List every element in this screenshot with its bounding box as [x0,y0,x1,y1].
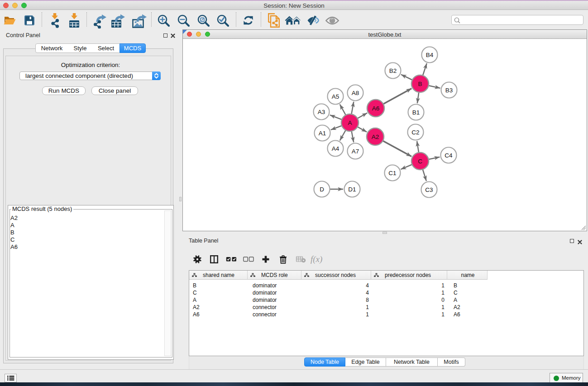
svg-text:A1: A1 [319,130,326,137]
svg-text:C1: C1 [388,170,396,176]
svg-text:B: B [418,81,422,87]
svg-text:D1: D1 [348,186,356,193]
svg-text:B1: B1 [412,109,420,116]
svg-text:C2: C2 [411,129,419,136]
svg-text:C: C [418,158,422,165]
svg-text:A3: A3 [318,109,325,115]
svg-text:A5: A5 [332,93,339,100]
svg-text:A6: A6 [372,105,380,112]
svg-text:A8: A8 [352,90,359,96]
svg-text:B4: B4 [426,52,434,58]
svg-text:B2: B2 [389,67,397,74]
svg-text:D: D [320,186,324,193]
svg-text:C3: C3 [425,186,433,193]
svg-text:A2: A2 [372,133,379,140]
svg-text:B3: B3 [445,87,453,94]
svg-text:A: A [348,119,352,126]
svg-text:A4: A4 [332,145,339,152]
svg-text:A7: A7 [352,148,359,155]
svg-text:C4: C4 [445,152,453,159]
